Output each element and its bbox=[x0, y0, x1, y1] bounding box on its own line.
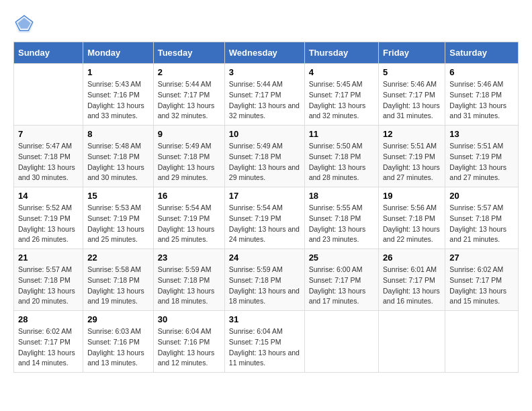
day-info: Sunrise: 6:00 AMSunset: 7:17 PMDaylight:… bbox=[309, 265, 374, 307]
day-number: 17 bbox=[229, 191, 300, 201]
day-cell: 24Sunrise: 5:59 AMSunset: 7:18 PMDayligh… bbox=[224, 249, 304, 311]
day-cell: 18Sunrise: 5:55 AMSunset: 7:18 PMDayligh… bbox=[304, 187, 378, 249]
day-cell: 5Sunrise: 5:46 AMSunset: 7:17 PMDaylight… bbox=[379, 64, 445, 126]
day-info: Sunrise: 5:48 AMSunset: 7:18 PMDaylight:… bbox=[87, 141, 149, 183]
day-cell: 28Sunrise: 6:02 AMSunset: 7:17 PMDayligh… bbox=[14, 311, 83, 373]
calendar-table: SundayMondayTuesdayWednesdayThursdayFrid… bbox=[13, 42, 519, 373]
header-cell-sunday: Sunday bbox=[14, 42, 83, 64]
day-info: Sunrise: 5:55 AMSunset: 7:18 PMDaylight:… bbox=[309, 203, 374, 245]
day-info: Sunrise: 6:01 AMSunset: 7:17 PMDaylight:… bbox=[383, 265, 441, 307]
day-cell bbox=[304, 311, 378, 373]
day-number: 19 bbox=[383, 191, 441, 201]
day-cell: 8Sunrise: 5:48 AMSunset: 7:18 PMDaylight… bbox=[83, 126, 154, 187]
day-cell: 22Sunrise: 5:58 AMSunset: 7:18 PMDayligh… bbox=[83, 249, 154, 311]
day-cell: 1Sunrise: 5:43 AMSunset: 7:16 PMDaylight… bbox=[83, 64, 154, 126]
header-cell-thursday: Thursday bbox=[304, 42, 378, 64]
logo-icon bbox=[13, 13, 35, 35]
day-number: 13 bbox=[449, 129, 514, 139]
day-info: Sunrise: 5:44 AMSunset: 7:17 PMDaylight:… bbox=[229, 79, 300, 122]
day-info: Sunrise: 6:03 AMSunset: 7:16 PMDaylight:… bbox=[87, 326, 149, 369]
day-number: 5 bbox=[383, 67, 441, 77]
day-cell: 20Sunrise: 5:57 AMSunset: 7:18 PMDayligh… bbox=[445, 187, 519, 249]
logo bbox=[13, 13, 38, 35]
day-number: 26 bbox=[383, 253, 441, 263]
day-info: Sunrise: 5:58 AMSunset: 7:18 PMDaylight:… bbox=[87, 265, 149, 307]
day-number: 10 bbox=[229, 129, 300, 139]
day-info: Sunrise: 5:52 AMSunset: 7:19 PMDaylight:… bbox=[18, 203, 79, 245]
day-cell: 29Sunrise: 6:03 AMSunset: 7:16 PMDayligh… bbox=[83, 311, 154, 373]
day-info: Sunrise: 5:51 AMSunset: 7:19 PMDaylight:… bbox=[449, 141, 514, 183]
week-row-4: 21Sunrise: 5:57 AMSunset: 7:18 PMDayligh… bbox=[14, 249, 519, 311]
day-info: Sunrise: 5:59 AMSunset: 7:18 PMDaylight:… bbox=[229, 265, 300, 307]
day-info: Sunrise: 5:59 AMSunset: 7:18 PMDaylight:… bbox=[158, 265, 220, 307]
day-info: Sunrise: 6:02 AMSunset: 7:17 PMDaylight:… bbox=[18, 326, 79, 369]
day-cell bbox=[14, 64, 83, 126]
day-number: 29 bbox=[87, 314, 149, 324]
day-info: Sunrise: 5:45 AMSunset: 7:17 PMDaylight:… bbox=[309, 79, 374, 122]
day-cell: 6Sunrise: 5:46 AMSunset: 7:18 PMDaylight… bbox=[445, 64, 519, 126]
calendar-body: 1Sunrise: 5:43 AMSunset: 7:16 PMDaylight… bbox=[14, 64, 519, 373]
day-info: Sunrise: 5:57 AMSunset: 7:18 PMDaylight:… bbox=[449, 203, 514, 245]
day-number: 8 bbox=[87, 129, 149, 139]
day-cell: 14Sunrise: 5:52 AMSunset: 7:19 PMDayligh… bbox=[14, 187, 83, 249]
day-info: Sunrise: 5:49 AMSunset: 7:18 PMDaylight:… bbox=[229, 141, 300, 183]
day-number: 15 bbox=[87, 191, 149, 201]
day-info: Sunrise: 5:53 AMSunset: 7:19 PMDaylight:… bbox=[87, 203, 149, 245]
day-info: Sunrise: 5:46 AMSunset: 7:18 PMDaylight:… bbox=[449, 79, 514, 122]
day-info: Sunrise: 6:04 AMSunset: 7:16 PMDaylight:… bbox=[158, 326, 220, 369]
day-cell: 30Sunrise: 6:04 AMSunset: 7:16 PMDayligh… bbox=[153, 311, 224, 373]
day-info: Sunrise: 5:43 AMSunset: 7:16 PMDaylight:… bbox=[87, 79, 149, 122]
day-number: 11 bbox=[309, 129, 374, 139]
day-cell: 9Sunrise: 5:49 AMSunset: 7:18 PMDaylight… bbox=[153, 126, 224, 187]
day-number: 25 bbox=[309, 253, 374, 263]
day-number: 18 bbox=[309, 191, 374, 201]
week-row-1: 1Sunrise: 5:43 AMSunset: 7:16 PMDaylight… bbox=[14, 64, 519, 126]
day-cell bbox=[445, 311, 519, 373]
week-row-5: 28Sunrise: 6:02 AMSunset: 7:17 PMDayligh… bbox=[14, 311, 519, 373]
day-number: 16 bbox=[158, 191, 220, 201]
day-info: Sunrise: 5:51 AMSunset: 7:19 PMDaylight:… bbox=[383, 141, 441, 183]
day-number: 12 bbox=[383, 129, 441, 139]
day-cell: 11Sunrise: 5:50 AMSunset: 7:18 PMDayligh… bbox=[304, 126, 378, 187]
day-number: 30 bbox=[158, 314, 220, 324]
day-cell bbox=[379, 311, 445, 373]
day-cell: 27Sunrise: 6:02 AMSunset: 7:17 PMDayligh… bbox=[445, 249, 519, 311]
day-cell: 31Sunrise: 6:04 AMSunset: 7:15 PMDayligh… bbox=[224, 311, 304, 373]
day-cell: 13Sunrise: 5:51 AMSunset: 7:19 PMDayligh… bbox=[445, 126, 519, 187]
header-cell-tuesday: Tuesday bbox=[153, 42, 224, 64]
header-cell-saturday: Saturday bbox=[445, 42, 519, 64]
day-number: 3 bbox=[229, 67, 300, 77]
day-info: Sunrise: 5:50 AMSunset: 7:18 PMDaylight:… bbox=[309, 141, 374, 183]
day-info: Sunrise: 5:54 AMSunset: 7:19 PMDaylight:… bbox=[229, 203, 300, 245]
day-cell: 26Sunrise: 6:01 AMSunset: 7:17 PMDayligh… bbox=[379, 249, 445, 311]
day-number: 20 bbox=[449, 191, 514, 201]
header-cell-wednesday: Wednesday bbox=[224, 42, 304, 64]
day-info: Sunrise: 5:46 AMSunset: 7:17 PMDaylight:… bbox=[383, 79, 441, 122]
day-number: 21 bbox=[18, 253, 79, 263]
day-info: Sunrise: 5:49 AMSunset: 7:18 PMDaylight:… bbox=[158, 141, 220, 183]
header-cell-monday: Monday bbox=[83, 42, 154, 64]
day-cell: 7Sunrise: 5:47 AMSunset: 7:18 PMDaylight… bbox=[14, 126, 83, 187]
day-info: Sunrise: 5:54 AMSunset: 7:19 PMDaylight:… bbox=[158, 203, 220, 245]
day-info: Sunrise: 6:04 AMSunset: 7:15 PMDaylight:… bbox=[229, 326, 300, 369]
day-number: 7 bbox=[18, 129, 79, 139]
day-number: 6 bbox=[449, 67, 514, 77]
day-cell: 21Sunrise: 5:57 AMSunset: 7:18 PMDayligh… bbox=[14, 249, 83, 311]
day-cell: 25Sunrise: 6:00 AMSunset: 7:17 PMDayligh… bbox=[304, 249, 378, 311]
day-info: Sunrise: 5:47 AMSunset: 7:18 PMDaylight:… bbox=[18, 141, 79, 183]
day-number: 23 bbox=[158, 253, 220, 263]
day-cell: 17Sunrise: 5:54 AMSunset: 7:19 PMDayligh… bbox=[224, 187, 304, 249]
day-number: 27 bbox=[449, 253, 514, 263]
week-row-2: 7Sunrise: 5:47 AMSunset: 7:18 PMDaylight… bbox=[14, 126, 519, 187]
day-cell: 4Sunrise: 5:45 AMSunset: 7:17 PMDaylight… bbox=[304, 64, 378, 126]
day-number: 24 bbox=[229, 253, 300, 263]
day-info: Sunrise: 5:56 AMSunset: 7:18 PMDaylight:… bbox=[383, 203, 441, 245]
day-cell: 2Sunrise: 5:44 AMSunset: 7:17 PMDaylight… bbox=[153, 64, 224, 126]
header-cell-friday: Friday bbox=[379, 42, 445, 64]
day-cell: 10Sunrise: 5:49 AMSunset: 7:18 PMDayligh… bbox=[224, 126, 304, 187]
day-cell: 15Sunrise: 5:53 AMSunset: 7:19 PMDayligh… bbox=[83, 187, 154, 249]
day-number: 22 bbox=[87, 253, 149, 263]
day-cell: 16Sunrise: 5:54 AMSunset: 7:19 PMDayligh… bbox=[153, 187, 224, 249]
day-number: 2 bbox=[158, 67, 220, 77]
calendar-header: SundayMondayTuesdayWednesdayThursdayFrid… bbox=[14, 42, 519, 64]
